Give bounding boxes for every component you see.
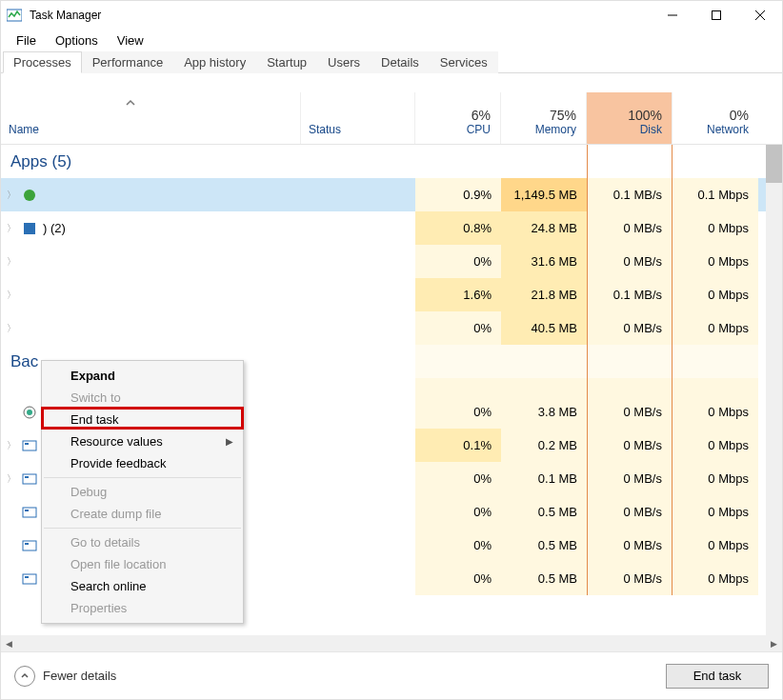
sort-indicator-icon: [125, 96, 136, 110]
svg-rect-17: [23, 574, 36, 584]
process-icon: [22, 405, 37, 420]
expand-icon[interactable]: 〉: [7, 222, 16, 235]
context-end-task[interactable]: End task: [42, 409, 243, 430]
svg-rect-13: [23, 508, 36, 517]
cpu-value: 0%: [415, 395, 501, 429]
menu-file[interactable]: File: [7, 31, 46, 50]
expand-icon[interactable]: 〉: [7, 322, 16, 335]
context-menu: Expand Switch to End task Resource value…: [41, 360, 244, 624]
process-row[interactable]: 〉 0% 40.5 MB 0 MB/s 0 Mbps: [1, 311, 782, 345]
network-value: 0 Mbps: [673, 311, 758, 345]
column-network[interactable]: 0% Network: [673, 92, 758, 144]
disk-value: 0 MB/s: [587, 429, 673, 462]
vertical-scrollbar[interactable]: [766, 145, 782, 635]
process-row[interactable]: 〉 0% 31.6 MB 0 MB/s 0 Mbps: [1, 245, 782, 278]
fewer-details-label: Fewer details: [43, 669, 116, 683]
process-icon: [22, 188, 37, 203]
close-button[interactable]: [738, 1, 782, 30]
spacer: [1, 73, 782, 92]
expand-icon[interactable]: 〉: [7, 289, 16, 302]
disk-value: 0 MB/s: [587, 245, 673, 278]
menu-options[interactable]: Options: [46, 31, 108, 50]
cpu-percent: 6%: [472, 108, 491, 123]
memory-value: 0.5 MB: [501, 562, 587, 595]
tab-startup[interactable]: Startup: [256, 51, 317, 73]
disk-value: 0 MB/s: [587, 311, 673, 345]
svg-point-5: [24, 190, 35, 201]
svg-rect-9: [23, 441, 36, 450]
column-cpu[interactable]: 6% CPU: [415, 92, 501, 144]
cpu-value: 0.1%: [415, 429, 501, 462]
context-separator: [44, 528, 241, 529]
process-row[interactable]: 〉 1.6% 21.8 MB 0.1 MB/s 0 Mbps: [1, 278, 782, 311]
network-value: 0 Mbps: [673, 529, 758, 562]
column-name-label: Name: [9, 123, 39, 136]
expand-icon[interactable]: 〉: [7, 472, 16, 486]
svg-rect-11: [23, 474, 36, 484]
minimize-button[interactable]: [651, 1, 694, 30]
maximize-button[interactable]: [694, 1, 738, 30]
scrollbar-track[interactable]: [17, 635, 766, 651]
process-list: Apps (5) 〉 0.9% 1,149.5 MB 0.1 MB/s 0.1 …: [1, 145, 782, 635]
tab-performance[interactable]: Performance: [82, 51, 173, 73]
tab-users[interactable]: Users: [317, 51, 371, 73]
scroll-right-icon[interactable]: ▶: [766, 635, 782, 651]
process-icon: [22, 438, 37, 453]
tab-app-history[interactable]: App history: [173, 51, 256, 73]
expand-spacer: [7, 507, 16, 517]
group-apps-label: Apps (5): [10, 152, 71, 171]
scrollbar-thumb[interactable]: [766, 145, 782, 183]
process-icon: [22, 571, 37, 587]
menu-view[interactable]: View: [108, 31, 153, 50]
context-switch-to: Switch to: [42, 387, 243, 409]
cpu-value: 0%: [415, 245, 501, 278]
expand-spacer: [7, 540, 16, 550]
cpu-value: 0%: [415, 562, 501, 595]
expand-icon[interactable]: 〉: [7, 439, 16, 452]
disk-value: 0.1 MB/s: [587, 278, 673, 311]
context-provide-feedback[interactable]: Provide feedback: [42, 452, 243, 474]
svg-point-8: [27, 410, 32, 415]
disk-label: Disk: [640, 123, 662, 136]
process-row[interactable]: 〉) (2) 0.8% 24.8 MB 0 MB/s 0 Mbps: [1, 211, 782, 245]
disk-value: 0 MB/s: [587, 462, 673, 495]
tab-services[interactable]: Services: [430, 51, 498, 73]
memory-value: 0.5 MB: [501, 529, 587, 562]
cpu-value: 0.8%: [415, 211, 501, 245]
context-resource-values[interactable]: Resource values▶: [42, 430, 243, 452]
end-task-button[interactable]: End task: [666, 664, 769, 689]
column-name[interactable]: Name: [1, 92, 301, 144]
network-value: 0 Mbps: [673, 562, 758, 595]
fewer-details-toggle[interactable]: Fewer details: [14, 666, 116, 687]
svg-rect-18: [25, 576, 29, 578]
group-apps[interactable]: Apps (5): [1, 145, 782, 178]
network-percent: 0%: [730, 108, 749, 123]
context-create-dump: Create dump file: [42, 503, 243, 525]
tab-processes[interactable]: Processes: [3, 51, 82, 73]
expand-icon[interactable]: 〉: [7, 189, 16, 202]
column-memory[interactable]: 75% Memory: [501, 92, 587, 144]
svg-rect-15: [23, 541, 36, 550]
context-debug: Debug: [42, 481, 243, 503]
scroll-left-icon[interactable]: ◀: [1, 635, 17, 651]
memory-value: 24.8 MB: [501, 211, 587, 245]
disk-value: 0 MB/s: [587, 529, 673, 562]
end-task-label: End task: [693, 669, 742, 683]
context-properties: Properties: [42, 597, 243, 619]
column-disk[interactable]: 100% Disk: [587, 92, 673, 144]
context-expand[interactable]: Expand: [42, 365, 243, 387]
memory-value: 21.8 MB: [501, 278, 587, 311]
memory-percent: 75%: [550, 108, 576, 123]
cpu-value: 0%: [415, 462, 501, 495]
memory-value: 3.8 MB: [501, 395, 587, 429]
horizontal-scrollbar[interactable]: ◀ ▶: [1, 635, 782, 651]
process-row[interactable]: 〉 0.9% 1,149.5 MB 0.1 MB/s 0.1 Mbps: [1, 178, 782, 211]
context-search-online[interactable]: Search online: [42, 575, 243, 597]
cpu-value: 0%: [415, 529, 501, 562]
tab-details[interactable]: Details: [371, 51, 430, 73]
disk-percent: 100%: [628, 108, 662, 123]
process-icon: [22, 254, 37, 270]
disk-value: 0 MB/s: [587, 562, 673, 595]
column-status[interactable]: Status: [301, 92, 415, 144]
expand-icon[interactable]: 〉: [7, 255, 16, 269]
